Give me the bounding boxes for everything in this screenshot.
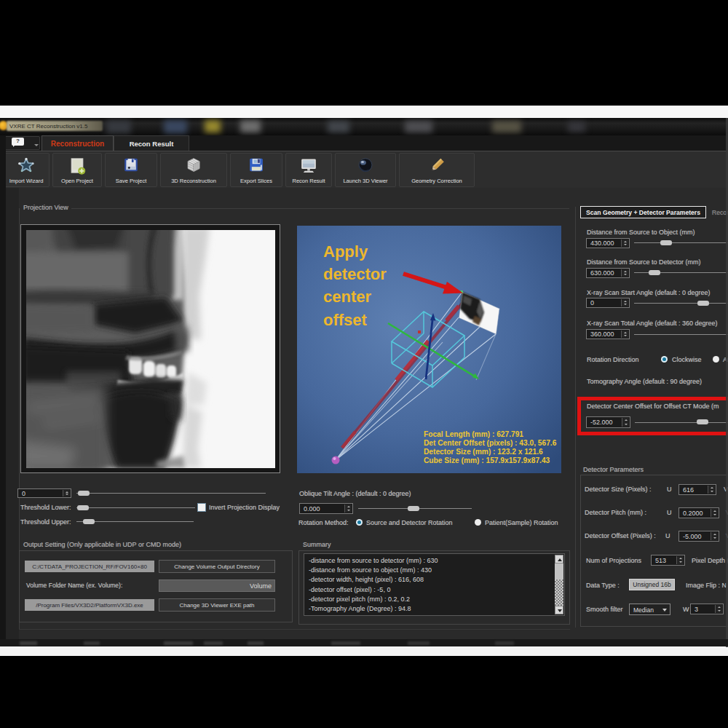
- svg-text:Detector Size (mm) : 123.2 x 1: Detector Size (mm) : 123.2 x 121.6: [424, 448, 543, 456]
- svg-text:offset: offset: [323, 311, 368, 329]
- svg-text:Cube Size (mm) : 157.9x157.9x8: Cube Size (mm) : 157.9x157.9x87.43: [424, 456, 550, 464]
- svg-text:Focal Length (mm) : 627.791: Focal Length (mm) : 627.791: [424, 430, 523, 438]
- svg-text:center: center: [323, 288, 371, 306]
- svg-text:detector: detector: [323, 265, 387, 283]
- svg-text:Det Center Offset (pixels) : 4: Det Center Offset (pixels) : 43.0, 567.6: [424, 439, 557, 447]
- svg-text:Apply: Apply: [323, 242, 368, 261]
